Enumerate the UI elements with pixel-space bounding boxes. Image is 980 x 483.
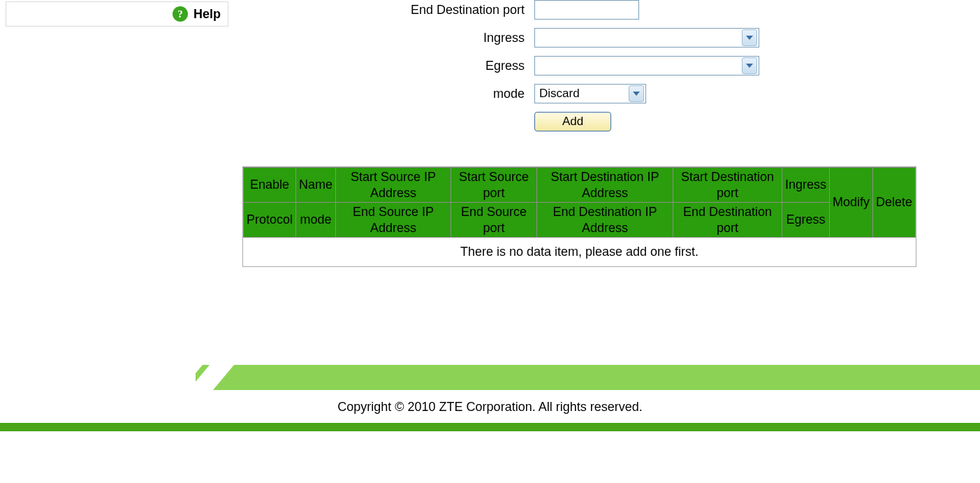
chevron-down-icon xyxy=(629,85,644,102)
end-dest-port-input[interactable] xyxy=(534,0,639,20)
footer: Copyright © 2010 ZTE Corporation. All ri… xyxy=(0,365,980,431)
col-delete: Delete xyxy=(872,168,915,238)
col-egress: Egress xyxy=(782,203,829,238)
col-name: Name xyxy=(296,168,336,203)
footer-bar xyxy=(0,423,980,431)
col-start-dst-port: Start Destination port xyxy=(673,168,782,203)
col-end-src-ip: End Source IP Address xyxy=(336,203,451,238)
col-start-dst-ip: Start Destination IP Address xyxy=(536,168,673,203)
mode-label: mode xyxy=(234,87,534,101)
col-end-dst-ip: End Destination IP Address xyxy=(536,203,673,238)
help-link[interactable]: ? Help xyxy=(6,1,228,27)
col-start-src-port: Start Source port xyxy=(451,168,537,203)
egress-select[interactable] xyxy=(534,56,759,75)
copyright-text: Copyright © 2010 ZTE Corporation. All ri… xyxy=(0,390,980,423)
col-end-dst-port: End Destination port xyxy=(673,203,782,238)
sidebar: ? Help xyxy=(0,0,234,28)
col-end-src-port: End Source port xyxy=(451,203,537,238)
col-enable: Enable xyxy=(244,168,296,203)
egress-label: Egress xyxy=(234,59,534,73)
ingress-select[interactable] xyxy=(534,28,759,48)
col-mode: mode xyxy=(296,203,336,238)
help-icon: ? xyxy=(173,6,188,22)
end-dest-port-label: End Destination port xyxy=(234,3,534,17)
col-start-src-ip: Start Source IP Address xyxy=(336,168,451,203)
mode-value: Discard xyxy=(539,87,580,101)
main-content: End Destination port Ingress Egress xyxy=(234,0,980,267)
mode-select[interactable]: Discard xyxy=(534,84,646,103)
rules-table: Enable Name Start Source IP Address Star… xyxy=(242,166,916,267)
svg-marker-0 xyxy=(0,365,203,390)
col-protocol: Protocol xyxy=(244,203,296,238)
chevron-down-icon xyxy=(742,29,757,46)
col-ingress: Ingress xyxy=(782,168,829,203)
footer-stripe xyxy=(0,365,980,390)
chevron-down-icon xyxy=(742,57,757,74)
col-modify: Modify xyxy=(829,168,872,238)
empty-message: There is no data item, please add one fi… xyxy=(244,238,916,267)
add-button[interactable]: Add xyxy=(534,112,611,131)
help-label: Help xyxy=(193,7,221,22)
ingress-label: Ingress xyxy=(234,31,534,45)
